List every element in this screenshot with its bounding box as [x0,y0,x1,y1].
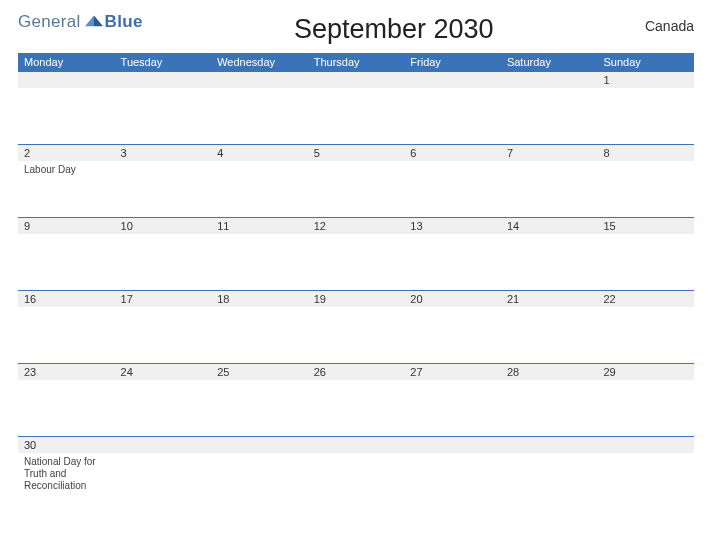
day-cell [115,161,212,217]
week-date-bar: 16171819202122 [18,290,694,307]
day-number: 21 [501,291,598,307]
day-cell [404,453,501,511]
day-cell [18,234,115,290]
day-number: 26 [308,364,405,380]
day-number: 4 [211,145,308,161]
day-cell [211,88,308,144]
dow-tue: Tuesday [115,53,212,71]
day-number: 20 [404,291,501,307]
day-number: 25 [211,364,308,380]
day-cell: National Day for Truth and Reconciliatio… [18,453,115,511]
day-number: 6 [404,145,501,161]
day-cell [308,453,405,511]
week-row [18,307,694,363]
day-cell [211,380,308,436]
day-number: 7 [501,145,598,161]
day-number: 24 [115,364,212,380]
day-cell [115,234,212,290]
dow-wed: Wednesday [211,53,308,71]
day-cell [115,380,212,436]
dow-fri: Friday [404,53,501,71]
day-cell [115,88,212,144]
day-number: 27 [404,364,501,380]
day-number: 29 [597,364,694,380]
day-cell [597,161,694,217]
event-label: Labour Day [24,164,109,176]
day-number: 28 [501,364,598,380]
day-cell [211,453,308,511]
day-number: 3 [115,145,212,161]
day-number: 16 [18,291,115,307]
logo-icon [83,12,103,32]
header: General Blue September 2030 Canada [18,12,694,45]
logo-text-2: Blue [105,12,143,32]
dow-mon: Monday [18,53,115,71]
day-number: 8 [597,145,694,161]
day-cell [404,380,501,436]
day-cell [404,307,501,363]
day-cell [308,234,405,290]
day-cell [308,380,405,436]
day-number: 30 [18,437,115,453]
day-cell [597,453,694,511]
day-cell [501,234,598,290]
day-cell [308,88,405,144]
calendar-title: September 2030 [143,14,645,45]
day-number: 22 [597,291,694,307]
week-row: Labour Day [18,161,694,217]
day-cell [501,161,598,217]
logo: General Blue [18,12,143,32]
week-date-bar: 2345678 [18,144,694,161]
day-cell [18,88,115,144]
week-row [18,380,694,436]
day-cell [115,307,212,363]
calendar-grid: 12345678Labour Day9101112131415161718192… [18,71,694,511]
week-date-bar: 30 [18,436,694,453]
day-cell [501,453,598,511]
day-cell [597,234,694,290]
region-label: Canada [645,18,694,34]
week-row: National Day for Truth and Reconciliatio… [18,453,694,511]
day-cell [501,88,598,144]
day-cell [501,380,598,436]
day-number: 11 [211,218,308,234]
week-date-bar: 9101112131415 [18,217,694,234]
day-cell [404,88,501,144]
day-number: 5 [308,145,405,161]
day-cell [211,234,308,290]
dow-thu: Thursday [308,53,405,71]
week-date-bar: 1 [18,71,694,88]
day-number: 23 [18,364,115,380]
day-number: 9 [18,218,115,234]
day-number: 14 [501,218,598,234]
day-cell [597,380,694,436]
week-date-bar: 23242526272829 [18,363,694,380]
day-number: 2 [18,145,115,161]
day-cell: Labour Day [18,161,115,217]
day-cell [211,307,308,363]
day-cell [211,161,308,217]
day-number: 1 [597,72,694,88]
day-number: 12 [308,218,405,234]
event-label: National Day for Truth and Reconciliatio… [24,456,109,492]
day-cell [18,307,115,363]
day-cell [18,380,115,436]
day-number: 18 [211,291,308,307]
week-row [18,88,694,144]
day-number: 13 [404,218,501,234]
day-cell [308,161,405,217]
day-cell [404,161,501,217]
days-of-week-header: Monday Tuesday Wednesday Thursday Friday… [18,53,694,71]
dow-sun: Sunday [597,53,694,71]
day-cell [404,234,501,290]
day-cell [308,307,405,363]
day-cell [115,453,212,511]
day-number: 10 [115,218,212,234]
day-cell [597,88,694,144]
day-cell [597,307,694,363]
week-row [18,234,694,290]
day-number: 17 [115,291,212,307]
day-number: 19 [308,291,405,307]
day-cell [501,307,598,363]
dow-sat: Saturday [501,53,598,71]
